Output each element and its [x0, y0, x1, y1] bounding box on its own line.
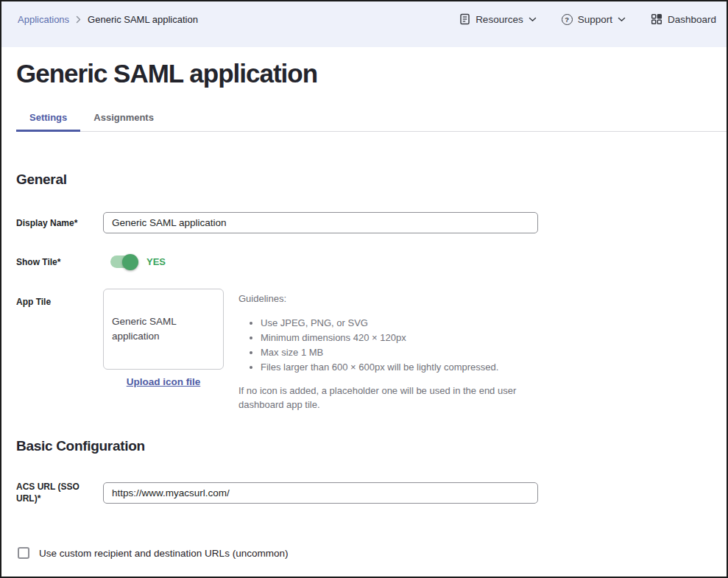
show-tile-state: YES: [146, 256, 166, 267]
display-name-label: Display Name*: [16, 217, 103, 229]
app-tile-label: App Tile: [16, 289, 103, 308]
show-tile-toggle[interactable]: [110, 255, 137, 268]
custom-urls-checkbox[interactable]: [18, 547, 29, 559]
guideline-item: Minimum dimensions 420 × 120px: [261, 331, 537, 345]
guideline-item: Max size 1 MB: [261, 345, 537, 359]
show-tile-control: YES: [103, 255, 166, 268]
guideline-item: Files larger than 600 × 600px will be li…: [261, 360, 537, 374]
app-tile-preview-text: Generic SAML application: [112, 314, 215, 344]
toggle-knob: [122, 254, 138, 270]
guidelines-list: Use JPEG, PNG, or SVG Minimum dimensions…: [238, 316, 537, 374]
acs-url-input[interactable]: [103, 482, 538, 504]
custom-urls-row[interactable]: Use custom recipient and destination URL…: [16, 547, 712, 559]
general-section: General Display Name* Show Tile* YES App…: [16, 172, 712, 412]
placeholder-note: If no icon is added, a placeholder one w…: [238, 384, 537, 412]
basic-configuration-section: Basic Configuration ACS URL (SSO URL)* U…: [16, 438, 712, 559]
breadcrumb: Applications Generic SAML application: [18, 14, 198, 25]
nav-support-label: Support: [578, 14, 612, 25]
guideline-item: Use JPEG, PNG, or SVG: [261, 316, 537, 330]
nav-resources-label: Resources: [476, 14, 523, 25]
main-content: Generic SAML application Settings Assign…: [1, 59, 727, 559]
top-bar: Applications Generic SAML application Re…: [1, 1, 727, 47]
nav-dashboard-label: Dashboard: [668, 14, 716, 25]
upload-icon-file-link[interactable]: Upload icon file: [103, 376, 224, 387]
chevron-down-icon: [529, 17, 537, 22]
show-tile-label: Show Tile*: [16, 256, 103, 268]
resources-icon: [459, 13, 470, 25]
nav-dashboard[interactable]: Dashboard: [651, 13, 716, 25]
basic-configuration-heading: Basic Configuration: [16, 438, 712, 454]
display-name-row: Display Name*: [16, 212, 712, 233]
breadcrumb-current: Generic SAML application: [88, 14, 198, 25]
general-heading: General: [16, 172, 712, 188]
app-tile-row: App Tile Generic SAML application Upload…: [16, 289, 712, 412]
nav-resources[interactable]: Resources: [459, 13, 537, 25]
breadcrumb-link-applications[interactable]: Applications: [18, 14, 69, 25]
dashboard-icon: [651, 13, 662, 25]
show-tile-row: Show Tile* YES: [16, 255, 712, 268]
top-nav: Resources ? Support Dashboard: [459, 13, 716, 25]
tab-bar: Settings Assignments: [16, 108, 727, 132]
nav-support[interactable]: ? Support: [562, 14, 626, 25]
guidelines-title: Guidelines:: [238, 292, 537, 306]
chevron-down-icon: [618, 17, 626, 22]
acs-url-label: ACS URL (SSO URL)*: [16, 481, 103, 504]
breadcrumb-separator-icon: [76, 15, 81, 24]
tab-assignments[interactable]: Assignments: [80, 108, 167, 132]
app-tile-column: Generic SAML application Upload icon fil…: [103, 289, 224, 387]
custom-urls-label: Use custom recipient and destination URL…: [39, 548, 288, 559]
acs-url-row: ACS URL (SSO URL)*: [16, 481, 712, 504]
app-tile-guidelines: Guidelines: Use JPEG, PNG, or SVG Minimu…: [238, 289, 537, 412]
app-tile-preview: Generic SAML application: [103, 289, 224, 370]
page-title: Generic SAML application: [16, 59, 712, 88]
support-icon: ?: [562, 14, 573, 25]
display-name-input[interactable]: [103, 212, 538, 233]
tab-settings[interactable]: Settings: [16, 108, 80, 132]
